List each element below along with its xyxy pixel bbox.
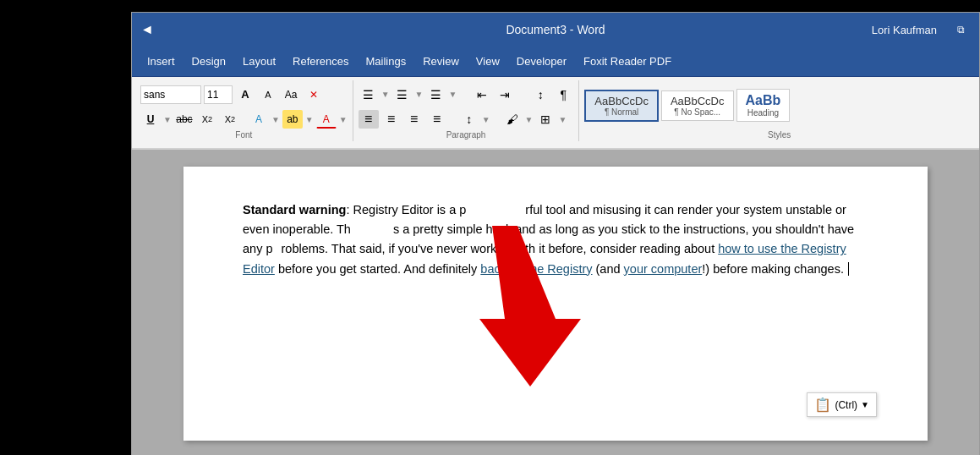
title-bar: ◄ Document3 - Word Lori Kaufman ⧉ (132, 13, 979, 47)
style-normal-preview: AaBbCcDc (594, 95, 649, 107)
ribbon: A A Aa ✕ U ▼ abc X2 X2 A ▼ ab ▼ A (132, 77, 979, 150)
style-normal-label: ¶ Normal (605, 107, 638, 117)
menu-insert[interactable]: Insert (139, 52, 183, 71)
style-normal[interactable]: AaBbCcDc ¶ Normal (584, 90, 659, 122)
grow-font-button[interactable]: A (235, 85, 255, 104)
style-no-spacing-label: ¶ No Spac... (674, 107, 720, 117)
document-page: Standard warning: Registry Editor is a p… (183, 167, 928, 441)
align-right-button[interactable]: ≡ (404, 110, 424, 129)
change-case-button[interactable]: Aa (281, 85, 301, 104)
font-group-label: Font (140, 129, 348, 141)
shading-button[interactable]: 🖌 (502, 110, 523, 129)
sort-button[interactable]: ↕ (530, 85, 550, 104)
paragraph-text4: roblems. That said, if you've never work… (281, 242, 718, 255)
menu-review[interactable]: Review (414, 52, 468, 71)
menu-bar: Insert Design Layout References Mailings… (132, 47, 979, 77)
style-heading-preview: AaBb (746, 93, 781, 108)
increase-indent-button[interactable]: ⇥ (495, 85, 515, 104)
menu-developer[interactable]: Developer (508, 52, 575, 71)
word-window: ◄ Document3 - Word Lori Kaufman ⧉ Insert… (131, 12, 980, 455)
font-color-button[interactable]: A (249, 110, 269, 129)
paste-dropdown-arrow[interactable]: ▼ (861, 400, 869, 409)
align-left-button[interactable]: ≡ (359, 110, 379, 129)
show-para-button[interactable]: ¶ (553, 85, 573, 104)
window-controls: ⧉ (949, 20, 972, 39)
paste-icon: 📋 (814, 397, 831, 413)
style-heading[interactable]: AaBb Heading (736, 89, 791, 122)
borders-button[interactable]: ⊞ (535, 110, 556, 129)
justify-button[interactable]: ≡ (427, 110, 447, 129)
line-spacing-button[interactable]: ↕ (459, 110, 479, 129)
bold-text: Standard warning (243, 203, 346, 217)
paragraph-text: : Registry Editor is a p (346, 203, 466, 217)
paragraph-text5: before you get started. And definitely (275, 262, 480, 276)
menu-mailings[interactable]: Mailings (358, 52, 415, 71)
underline-button[interactable]: U (140, 110, 161, 129)
menu-view[interactable]: View (468, 52, 508, 71)
ribbon-styles-section: AaBbCcDc ¶ Normal AaBbCcDc ¶ No Spac... … (579, 80, 979, 141)
font-name-input[interactable] (140, 85, 201, 104)
styles-group-label: Styles (584, 129, 974, 141)
paragraph-text6: (and (593, 262, 624, 276)
font-size-input[interactable] (204, 85, 233, 104)
bullet-list-button[interactable]: ☰ (359, 85, 379, 104)
strikethrough-button[interactable]: abc (174, 110, 194, 129)
ribbon-paragraph-section: ☰ ▼ ☰ ▼ ☰ ▼ ⇤ ⇥ ↕ ¶ ≡ ≡ ≡ ≡ (353, 80, 580, 141)
align-center-button[interactable]: ≡ (381, 110, 402, 129)
font-color2-button[interactable]: A (316, 110, 337, 129)
paste-ctrl-label: (Ctrl) (835, 399, 857, 411)
decrease-indent-button[interactable]: ⇤ (472, 85, 492, 104)
link-your-computer[interactable]: your computer (624, 262, 703, 276)
ribbon-font-section: A A Aa ✕ U ▼ abc X2 X2 A ▼ ab ▼ A (135, 80, 353, 141)
restore-button[interactable]: ⧉ (949, 20, 972, 39)
numbered-list-button[interactable]: ☰ (392, 85, 413, 104)
menu-design[interactable]: Design (183, 52, 234, 71)
paragraph-text7: !) before making changes. (702, 262, 844, 276)
clear-formatting-button[interactable]: ✕ (304, 85, 324, 104)
style-heading-label: Heading (747, 108, 779, 118)
window-title: Document3 - Word (506, 23, 605, 36)
document-area: Standard warning: Registry Editor is a p… (132, 150, 979, 455)
paste-popup[interactable]: 📋 (Ctrl) ▼ (807, 392, 877, 417)
paragraph-group-label: Paragraph (359, 129, 574, 141)
multilevel-list-button[interactable]: ☰ (425, 85, 446, 104)
shrink-font-button[interactable]: A (258, 85, 278, 104)
back-button[interactable]: ◄ (140, 22, 154, 37)
document-text: Standard warning: Registry Editor is a p… (243, 200, 868, 279)
subscript-button[interactable]: X2 (197, 110, 217, 129)
menu-foxit[interactable]: Foxit Reader PDF (575, 52, 680, 71)
style-no-spacing[interactable]: AaBbCcDc ¶ No Spac... (661, 90, 734, 121)
style-no-spacing-preview: AaBbCcDc (671, 95, 725, 107)
superscript-button[interactable]: X2 (220, 110, 240, 129)
user-name: Lori Kaufman (872, 24, 937, 36)
highlight-button[interactable]: ab (282, 110, 303, 129)
menu-references[interactable]: References (284, 52, 357, 71)
menu-layout[interactable]: Layout (234, 52, 284, 71)
link-backup-registry[interactable]: back up the Registry (480, 262, 592, 276)
